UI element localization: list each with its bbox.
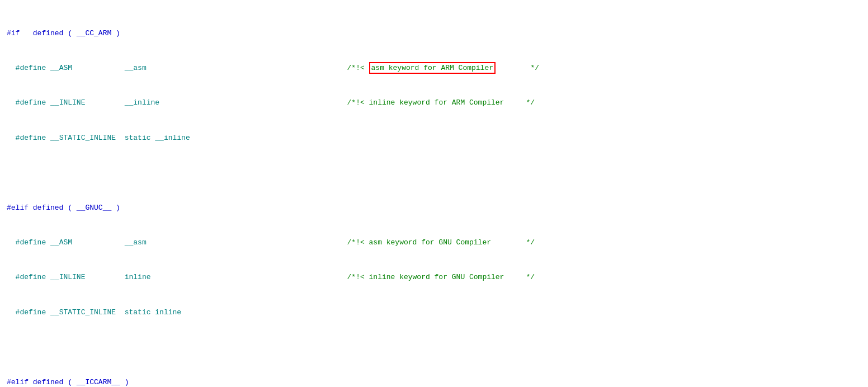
arm-header: #if defined ( __CC_ARM ) [7, 28, 861, 40]
iccarm-header: #elif defined ( __ICCARM__ ) [7, 377, 861, 388]
code-viewer: #if defined ( __CC_ARM ) #define __ASM _… [7, 4, 861, 387]
gnu-line-2: #define __INLINE inline /*!< inline keyw… [7, 272, 861, 284]
blank-2 [7, 342, 861, 353]
gnu-line-1: #define __ASM __asm /*!< asm keyword for… [7, 237, 861, 249]
arm-line-3: #define __STATIC_INLINE static __inline [7, 133, 861, 144]
arm-line-2: #define __INLINE __inline /*!< inline ke… [7, 97, 861, 109]
arm-line-1: #define __ASM __asm /*!< asm keyword for… [7, 63, 861, 74]
gnu-header: #elif defined ( __GNUC__ ) [7, 202, 861, 214]
blank-1 [7, 167, 861, 179]
gnu-line-3: #define __STATIC_INLINE static inline [7, 307, 861, 319]
